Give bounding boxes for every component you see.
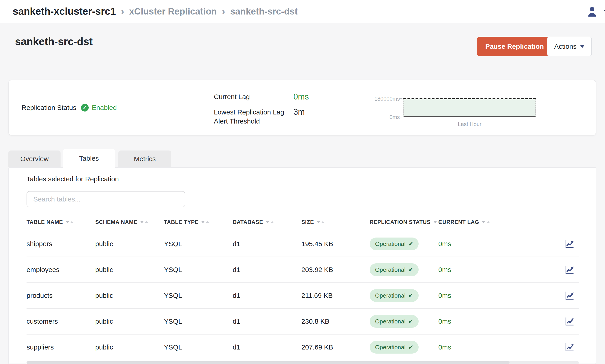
- sort-icon[interactable]: [266, 221, 274, 223]
- cell-size: 207.69 KB: [301, 343, 370, 351]
- cell-current-lag: 0ms: [438, 343, 507, 351]
- chart-tick: [399, 98, 402, 99]
- table-header-row: TABLE NAME SCHEMA NAME TABLE TYPE DATABA…: [26, 213, 579, 231]
- lag-graph-button[interactable]: [565, 316, 579, 327]
- cell-database: d1: [233, 292, 301, 299]
- status-badge: Operational✔: [370, 315, 419, 328]
- lag-threshold-line: [403, 98, 536, 99]
- cell-size: 203.92 KB: [301, 266, 370, 273]
- breadcrumb-universe[interactable]: sanketh-xcluster-src1: [13, 6, 116, 17]
- user-avatar-icon[interactable]: [586, 5, 598, 18]
- check-icon: ✔: [408, 344, 413, 351]
- cell-table-name: products: [26, 292, 95, 299]
- cell-table-name: customers: [26, 318, 95, 325]
- replication-status-card: Replication Status ✓ Enabled Current Lag…: [8, 80, 596, 136]
- cell-schema-name: public: [95, 343, 164, 351]
- scrollbar-thumb[interactable]: [26, 361, 510, 364]
- cell-table-type: YSQL: [164, 292, 233, 299]
- cell-database: d1: [233, 240, 301, 248]
- column-header-table-type[interactable]: TABLE TYPE: [164, 219, 233, 225]
- user-menu[interactable]: [586, 5, 605, 18]
- top-bar: sanketh-xcluster-src1 › xCluster Replica…: [0, 0, 605, 23]
- status-badge: Operational✔: [370, 237, 419, 250]
- sort-icon[interactable]: [482, 221, 490, 223]
- replication-tables-table: TABLE NAME SCHEMA NAME TABLE TYPE DATABA…: [26, 213, 579, 360]
- table-row: shippers public YSQL d1 195.45 KB Operat…: [26, 231, 579, 257]
- chart-tick: [399, 117, 402, 117]
- cell-schema-name: public: [95, 318, 164, 325]
- chevron-right-icon: ›: [121, 6, 124, 17]
- sort-icon[interactable]: [316, 221, 325, 223]
- column-header-size[interactable]: SIZE: [301, 219, 370, 225]
- cell-size: 195.45 KB: [301, 240, 370, 248]
- sort-icon[interactable]: [140, 221, 148, 223]
- cell-current-lag: 0ms: [438, 318, 507, 325]
- cell-database: d1: [233, 318, 301, 325]
- column-header-current-lag[interactable]: CURRENT LAG: [438, 219, 507, 225]
- actions-button[interactable]: Actions: [547, 37, 592, 56]
- status-badge: Operational✔: [370, 289, 419, 302]
- table-row: products public YSQL d1 211.69 KB Operat…: [26, 283, 579, 309]
- cell-table-name: shippers: [26, 240, 95, 248]
- check-icon: ✔: [408, 318, 413, 325]
- lag-graph-button[interactable]: [565, 239, 579, 249]
- cell-size: 230.8 KB: [301, 318, 370, 325]
- chart-ymin-label: 0ms: [390, 114, 400, 120]
- table-row: customers public YSQL d1 230.8 KB Operat…: [26, 309, 579, 335]
- cell-table-type: YSQL: [164, 318, 233, 325]
- tab-tables[interactable]: Tables: [63, 149, 115, 168]
- chevron-right-icon: ›: [222, 6, 225, 17]
- horizontal-scrollbar[interactable]: [26, 361, 579, 364]
- status-badge: Operational✔: [370, 341, 419, 353]
- sort-icon[interactable]: [66, 221, 74, 223]
- lag-chart-plot-area: [403, 99, 536, 117]
- page-title: sanketh-src-dst: [15, 35, 93, 48]
- sort-icon[interactable]: [201, 221, 209, 223]
- column-header-table-name[interactable]: TABLE NAME: [26, 219, 95, 225]
- screen: sanketh-xcluster-src1 › xCluster Replica…: [0, 0, 605, 364]
- cell-current-lag: 0ms: [438, 266, 507, 273]
- table-row: suppliers public YSQL d1 207.69 KB Opera…: [26, 335, 579, 360]
- header-divider: [579, 0, 579, 23]
- tab-metrics[interactable]: Metrics: [118, 151, 171, 167]
- chart-xaxis-label: Last Hour: [403, 121, 536, 127]
- cell-table-name: employees: [26, 266, 95, 273]
- check-icon: ✔: [408, 266, 413, 273]
- column-header-replication-status[interactable]: REPLICATION STATUS: [370, 219, 438, 225]
- cell-table-type: YSQL: [164, 343, 233, 351]
- lag-mini-chart: 180000ms 0ms Last Hour: [9, 80, 596, 135]
- pause-replication-button[interactable]: Pause Replication: [477, 37, 552, 56]
- cell-size: 211.69 KB: [301, 292, 370, 299]
- check-icon: ✔: [408, 240, 413, 247]
- cell-database: d1: [233, 343, 301, 351]
- lag-graph-button[interactable]: [565, 342, 579, 352]
- cell-database: d1: [233, 266, 301, 273]
- tab-overview[interactable]: Overview: [8, 151, 61, 167]
- status-badge: Operational✔: [370, 263, 419, 276]
- cell-schema-name: public: [95, 266, 164, 273]
- table-row: employees public YSQL d1 203.92 KB Opera…: [26, 257, 579, 283]
- cell-table-type: YSQL: [164, 240, 233, 248]
- chart-ymax-label: 180000ms: [374, 96, 400, 102]
- tables-panel-heading: Tables selected for Replication: [26, 175, 119, 183]
- breadcrumb-current-config: sanketh-src-dst: [230, 6, 298, 16]
- lag-graph-button[interactable]: [565, 290, 579, 301]
- column-header-database[interactable]: DATABASE: [233, 219, 301, 225]
- chevron-down-icon[interactable]: [604, 10, 605, 13]
- check-icon: ✔: [408, 292, 413, 299]
- cell-current-lag: 0ms: [438, 292, 507, 299]
- chevron-down-icon: [580, 45, 585, 48]
- cell-table-name: suppliers: [26, 343, 95, 351]
- cell-schema-name: public: [95, 240, 164, 248]
- tables-panel: Tables selected for Replication TABLE NA…: [8, 167, 596, 364]
- search-input[interactable]: [26, 191, 185, 207]
- cell-table-type: YSQL: [164, 266, 233, 273]
- breadcrumb-xcluster-replication[interactable]: xCluster Replication: [129, 6, 217, 16]
- cell-schema-name: public: [95, 292, 164, 299]
- lag-graph-button[interactable]: [565, 264, 579, 275]
- cell-current-lag: 0ms: [438, 240, 507, 248]
- column-header-schema-name[interactable]: SCHEMA NAME: [95, 219, 164, 225]
- actions-button-label: Actions: [554, 43, 577, 50]
